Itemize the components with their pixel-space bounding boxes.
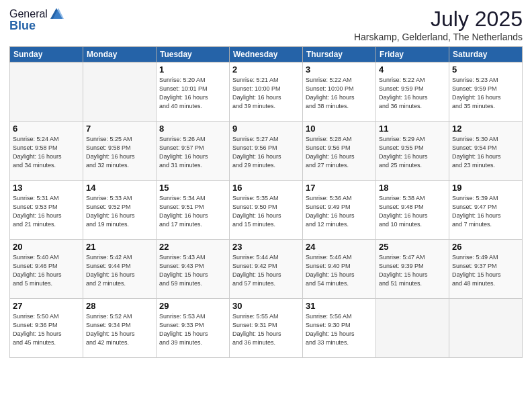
day-number: 13 [13,183,80,193]
day-info: Sunrise: 5:27 AM Sunset: 9:56 PM Dayligh… [232,135,300,170]
day-info: Sunrise: 5:30 AM Sunset: 9:54 PM Dayligh… [452,135,519,170]
title-block: July 2025 Harskamp, Gelderland, The Neth… [354,7,523,42]
day-info: Sunrise: 5:56 AM Sunset: 9:30 PM Dayligh… [306,312,373,347]
day-info: Sunrise: 5:43 AM Sunset: 9:43 PM Dayligh… [159,253,226,288]
location: Harskamp, Gelderland, The Netherlands [354,32,523,42]
day-info: Sunrise: 5:22 AM Sunset: 10:00 PM Daylig… [306,76,373,111]
weekday-header-monday: Monday [83,47,157,62]
calendar-cell: 21Sunrise: 5:42 AM Sunset: 9:44 PM Dayli… [83,240,157,299]
day-number: 24 [306,242,373,252]
day-number: 19 [452,183,519,193]
day-info: Sunrise: 5:53 AM Sunset: 9:33 PM Dayligh… [159,312,226,347]
day-info: Sunrise: 5:23 AM Sunset: 9:59 PM Dayligh… [452,76,519,111]
day-number: 10 [306,124,373,134]
day-info: Sunrise: 5:52 AM Sunset: 9:34 PM Dayligh… [86,312,153,347]
day-number: 3 [306,64,373,75]
calendar-cell [376,299,449,358]
day-number: 25 [379,242,446,252]
day-info: Sunrise: 5:21 AM Sunset: 10:00 PM Daylig… [232,76,300,111]
weekday-header-tuesday: Tuesday [157,47,230,62]
calendar-cell: 31Sunrise: 5:56 AM Sunset: 9:30 PM Dayli… [303,299,376,358]
day-number: 7 [86,124,153,134]
week-row-2: 6Sunrise: 5:24 AM Sunset: 9:58 PM Daylig… [10,122,523,181]
day-number: 31 [306,301,373,311]
day-number: 14 [86,183,153,193]
calendar-cell: 15Sunrise: 5:34 AM Sunset: 9:51 PM Dayli… [157,181,230,240]
day-number: 6 [13,124,80,134]
day-info: Sunrise: 5:31 AM Sunset: 9:53 PM Dayligh… [13,194,80,229]
day-info: Sunrise: 5:39 AM Sunset: 9:47 PM Dayligh… [452,194,519,229]
calendar-cell: 25Sunrise: 5:47 AM Sunset: 9:39 PM Dayli… [376,240,449,299]
day-number: 1 [159,64,226,75]
day-info: Sunrise: 5:36 AM Sunset: 9:49 PM Dayligh… [306,194,373,229]
day-number: 27 [13,301,80,311]
calendar-cell: 11Sunrise: 5:29 AM Sunset: 9:55 PM Dayli… [376,122,449,181]
day-info: Sunrise: 5:29 AM Sunset: 9:55 PM Dayligh… [379,135,446,170]
day-number: 30 [232,301,300,311]
calendar-cell: 16Sunrise: 5:35 AM Sunset: 9:50 PM Dayli… [230,181,303,240]
day-info: Sunrise: 5:26 AM Sunset: 9:57 PM Dayligh… [159,135,226,170]
day-info: Sunrise: 5:35 AM Sunset: 9:50 PM Dayligh… [232,194,300,229]
day-info: Sunrise: 5:50 AM Sunset: 9:36 PM Dayligh… [13,312,80,347]
day-number: 4 [379,64,446,75]
calendar-cell: 18Sunrise: 5:38 AM Sunset: 9:48 PM Dayli… [376,181,449,240]
day-number: 26 [452,242,519,252]
logo: General Blue [9,7,64,33]
calendar-cell: 7Sunrise: 5:25 AM Sunset: 9:58 PM Daylig… [83,122,157,181]
calendar-cell: 9Sunrise: 5:27 AM Sunset: 9:56 PM Daylig… [230,122,303,181]
day-info: Sunrise: 5:38 AM Sunset: 9:48 PM Dayligh… [379,194,446,229]
calendar-cell: 10Sunrise: 5:28 AM Sunset: 9:56 PM Dayli… [303,122,376,181]
day-number: 23 [232,242,300,252]
week-row-4: 20Sunrise: 5:40 AM Sunset: 9:46 PM Dayli… [10,240,523,299]
logo-icon [49,7,64,21]
month-year: July 2025 [354,7,523,32]
calendar-cell: 28Sunrise: 5:52 AM Sunset: 9:34 PM Dayli… [83,299,157,358]
calendar-cell [449,299,523,358]
weekday-header-thursday: Thursday [303,47,376,62]
calendar-cell: 2Sunrise: 5:21 AM Sunset: 10:00 PM Dayli… [230,62,303,122]
day-number: 18 [379,183,446,193]
calendar-cell: 22Sunrise: 5:43 AM Sunset: 9:43 PM Dayli… [157,240,230,299]
day-number: 15 [159,183,226,193]
day-number: 5 [452,64,519,75]
day-info: Sunrise: 5:42 AM Sunset: 9:44 PM Dayligh… [86,253,153,288]
day-number: 17 [306,183,373,193]
day-info: Sunrise: 5:44 AM Sunset: 9:42 PM Dayligh… [232,253,300,288]
calendar-cell: 6Sunrise: 5:24 AM Sunset: 9:58 PM Daylig… [10,122,83,181]
day-number: 11 [379,124,446,134]
weekday-header-row: SundayMondayTuesdayWednesdayThursdayFrid… [10,47,523,62]
day-number: 16 [232,183,300,193]
calendar-cell: 8Sunrise: 5:26 AM Sunset: 9:57 PM Daylig… [157,122,230,181]
day-info: Sunrise: 5:25 AM Sunset: 9:58 PM Dayligh… [86,135,153,170]
day-info: Sunrise: 5:34 AM Sunset: 9:51 PM Dayligh… [159,194,226,229]
day-info: Sunrise: 5:24 AM Sunset: 9:58 PM Dayligh… [13,135,80,170]
weekday-header-friday: Friday [376,47,449,62]
week-row-5: 27Sunrise: 5:50 AM Sunset: 9:36 PM Dayli… [10,299,523,358]
calendar-cell: 13Sunrise: 5:31 AM Sunset: 9:53 PM Dayli… [10,181,83,240]
week-row-1: 1Sunrise: 5:20 AM Sunset: 10:01 PM Dayli… [10,62,523,122]
day-info: Sunrise: 5:33 AM Sunset: 9:52 PM Dayligh… [86,194,153,229]
calendar-cell: 20Sunrise: 5:40 AM Sunset: 9:46 PM Dayli… [10,240,83,299]
calendar-cell: 12Sunrise: 5:30 AM Sunset: 9:54 PM Dayli… [449,122,523,181]
day-number: 29 [159,301,226,311]
calendar-cell: 30Sunrise: 5:55 AM Sunset: 9:31 PM Dayli… [230,299,303,358]
day-info: Sunrise: 5:22 AM Sunset: 9:59 PM Dayligh… [379,76,446,111]
day-info: Sunrise: 5:28 AM Sunset: 9:56 PM Dayligh… [306,135,373,170]
day-number: 22 [159,242,226,252]
calendar-cell [83,62,157,122]
day-info: Sunrise: 5:55 AM Sunset: 9:31 PM Dayligh… [232,312,300,347]
header: General Blue July 2025 Harskamp, Gelderl… [9,7,523,42]
calendar-cell [10,62,83,122]
calendar-page: General Blue July 2025 Harskamp, Gelderl… [0,0,532,411]
calendar-cell: 23Sunrise: 5:44 AM Sunset: 9:42 PM Dayli… [230,240,303,299]
day-number: 12 [452,124,519,134]
day-info: Sunrise: 5:47 AM Sunset: 9:39 PM Dayligh… [379,253,446,288]
calendar-cell: 1Sunrise: 5:20 AM Sunset: 10:01 PM Dayli… [157,62,230,122]
day-number: 28 [86,301,153,311]
weekday-header-sunday: Sunday [10,47,83,62]
calendar-cell: 19Sunrise: 5:39 AM Sunset: 9:47 PM Dayli… [449,181,523,240]
calendar-cell: 17Sunrise: 5:36 AM Sunset: 9:49 PM Dayli… [303,181,376,240]
weekday-header-wednesday: Wednesday [230,47,303,62]
day-number: 9 [232,124,300,134]
day-number: 8 [159,124,226,134]
